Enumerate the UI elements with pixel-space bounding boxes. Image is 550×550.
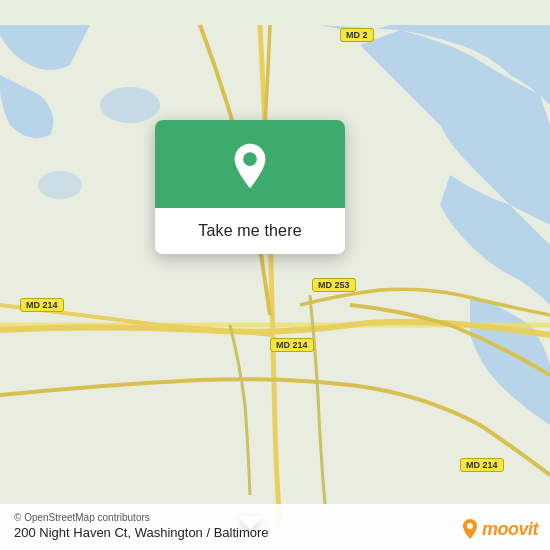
address-text: 200 Night Haven Ct, Washington / Baltimo…: [14, 525, 536, 540]
road-badge-md214-left: MD 214: [20, 298, 64, 312]
popup-tail: [238, 516, 262, 530]
popup-card: Take me there: [155, 120, 345, 254]
road-badge-md253: MD 253: [312, 278, 356, 292]
moovit-text: moovit: [482, 519, 538, 540]
location-pin-icon: [226, 142, 274, 190]
svg-point-2: [38, 171, 82, 199]
moovit-logo: moovit: [461, 518, 538, 540]
moovit-pin-icon: [461, 518, 479, 540]
svg-point-5: [467, 523, 473, 529]
svg-point-4: [243, 152, 257, 166]
road-badge-md2: MD 2: [340, 28, 374, 42]
take-me-there-button[interactable]: Take me there: [155, 208, 345, 254]
road-badge-md214-right: MD 214: [460, 458, 504, 472]
svg-point-1: [100, 87, 160, 123]
popup-green-area: [155, 120, 345, 208]
map-container: MD 2 MD 214 MD 253 MD 214 MD 214 Take me…: [0, 0, 550, 550]
copyright-text: © OpenStreetMap contributors: [14, 512, 536, 523]
road-badge-md214-center: MD 214: [270, 338, 314, 352]
